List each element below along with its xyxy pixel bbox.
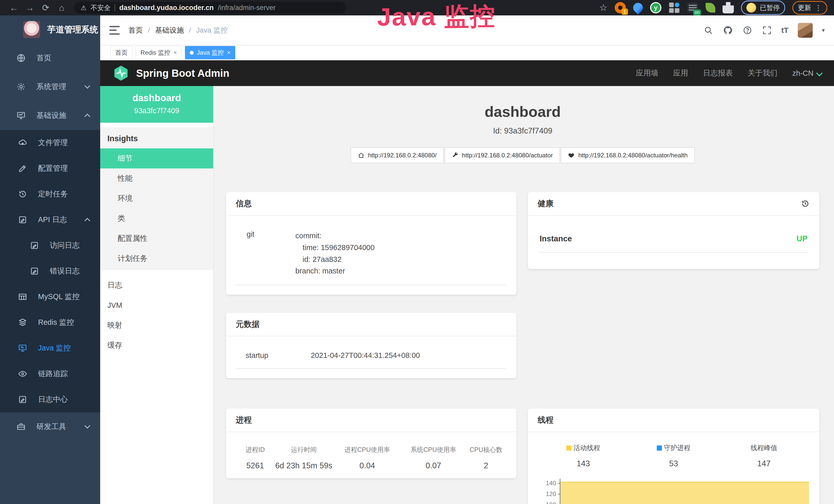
chevron-down-icon	[85, 83, 90, 89]
tab-java-monitor[interactable]: Java 监控 ×	[185, 46, 235, 59]
sidebar-item-system[interactable]: 系统管理	[0, 72, 100, 101]
service-url-button[interactable]: http://192.168.0.2:48080/	[351, 147, 444, 163]
sidebar-item-mysql-monitor[interactable]: MySQL 监控	[0, 284, 100, 310]
sidebar-item-api-logs[interactable]: API 日志	[0, 207, 100, 233]
help-icon[interactable]	[742, 25, 752, 36]
search-icon[interactable]	[703, 25, 714, 36]
sidebar-item-java-monitor[interactable]: Java 监控	[0, 335, 100, 361]
sba-nav-applications[interactable]: 应用	[673, 68, 688, 78]
extensions-puzzle-icon[interactable]	[723, 2, 734, 13]
sba-nav-journal[interactable]: 日志报表	[703, 68, 733, 78]
sba-item-jvm[interactable]: JVM	[100, 295, 213, 315]
health-url-button[interactable]: http://192.168.0.2:48080/actuator/health	[561, 147, 695, 163]
browser-menu-icon[interactable]: ⋮	[815, 4, 822, 12]
sba-item-environment[interactable]: 环境	[100, 188, 213, 208]
process-header: CPU核心数	[466, 445, 506, 454]
sba-item-metrics[interactable]: 性能	[100, 168, 213, 188]
process-value-row: 5261 6d 23h 15m 59s 0.04 0.07 2	[236, 461, 506, 471]
sidebar-item-infrastructure[interactable]: 基础设施	[0, 101, 100, 130]
metadata-row: startup 2021-04-27T00:44:31.254+08:00	[236, 344, 506, 369]
axis-tick	[558, 483, 561, 484]
github-icon[interactable]	[723, 25, 733, 36]
health-url: http://192.168.0.2:48080/actuator/health	[578, 152, 687, 159]
git-commit-line: commit:	[295, 230, 375, 242]
pin-extension-icon[interactable]	[631, 1, 645, 15]
process-card: 进程 进程ID 运行时间 进程CPU使用率 系统CPU使用率 CPU核心数	[226, 409, 517, 478]
process-pid: 5261	[236, 461, 274, 471]
home-icon[interactable]: ⌂	[54, 3, 69, 13]
app-logo-row[interactable]: 芋道管理系统	[0, 16, 100, 44]
sidebar-item-tracing[interactable]: 链路追踪	[0, 361, 100, 387]
close-icon[interactable]: ×	[227, 49, 231, 56]
y-extension-icon[interactable]: y	[650, 2, 661, 13]
annotation-text: Java 监控	[377, 0, 496, 35]
breadcrumb-current: Java 监控	[196, 25, 228, 35]
close-icon[interactable]: ×	[173, 49, 177, 56]
admin-sidebar: 芋道管理系统 首页 系统管理 基础设施 文件管理	[0, 16, 100, 504]
font-size-icon[interactable]: tT	[781, 26, 789, 35]
breadcrumb-home[interactable]: 首页	[128, 25, 143, 35]
log-icon	[30, 241, 39, 250]
breadcrumb-infrastructure[interactable]: 基础设施	[155, 25, 184, 35]
sba-item-scheduled-tasks[interactable]: 计划任务	[100, 249, 213, 269]
info-value: commit: time: 1596289704000 id: 27aa832 …	[295, 230, 375, 277]
insights-section: Insights 细节 性能 环境 类 配置属性 计划任务	[100, 127, 213, 270]
sba-item-logs[interactable]: 日志	[100, 275, 213, 295]
locale-selector[interactable]: zh-CN	[792, 69, 822, 77]
user-menu-caret-icon[interactable]: ▾	[822, 27, 825, 33]
sba-item-label: 性能	[118, 173, 133, 184]
sidebar-item-error-logs[interactable]: 错误日志	[0, 258, 100, 284]
sba-item-config-props[interactable]: 配置属性	[100, 229, 213, 249]
process-header-row: 进程ID 运行时间 进程CPU使用率 系统CPU使用率 CPU核心数	[236, 440, 506, 454]
sidebar-item-label: 文件管理	[38, 138, 68, 148]
sba-item-mappings[interactable]: 映射	[100, 315, 213, 335]
status-badge: UP	[796, 234, 808, 244]
extension-orange-icon[interactable]: 1	[615, 2, 626, 13]
eye-icon	[18, 369, 27, 379]
instance-header[interactable]: dashboard 93a3fc7f7409	[100, 86, 213, 123]
sba-item-caches[interactable]: 缓存	[100, 335, 213, 356]
forward-icon[interactable]: →	[23, 3, 37, 13]
sidebar-item-redis-monitor[interactable]: Redis 监控	[0, 310, 100, 335]
sidebar-item-access-logs[interactable]: 访问日志	[0, 233, 100, 258]
sba-nav-wallboard[interactable]: 应用墙	[636, 68, 658, 78]
sba-item-classes[interactable]: 类	[100, 208, 213, 229]
leaf-extension-icon[interactable]	[706, 3, 715, 13]
tab-redis-monitor[interactable]: Redis 监控 ×	[136, 46, 182, 59]
fullscreen-icon[interactable]	[762, 25, 772, 36]
process-header: 进程CPU使用率	[333, 445, 401, 454]
sba-item-label: 缓存	[107, 340, 122, 350]
address-bar[interactable]: ⚠ 不安全 dashboard.yudao.iocoder.cn/infra/a…	[74, 2, 346, 14]
chrome-update-button[interactable]: 更新 ⋮	[792, 1, 827, 15]
page-instance-id: Id: 93a3fc7f7409	[226, 126, 819, 136]
sba-brand[interactable]: Spring Boot Admin	[112, 65, 229, 82]
user-avatar[interactable]	[798, 23, 813, 38]
sidebar-item-log-center[interactable]: 日志中心	[0, 387, 100, 412]
sidebar-item-label: 系统管理	[37, 82, 66, 92]
sidebar-item-label: API 日志	[38, 215, 67, 225]
sidebar-item-scheduled-jobs[interactable]: 定时任务	[0, 181, 100, 207]
update-label: 更新	[798, 3, 811, 12]
paused-extension-pill[interactable]: 已暂停	[741, 1, 785, 15]
history-icon[interactable]	[801, 199, 810, 208]
sba-item-label: 配置属性	[118, 233, 148, 244]
tab-home[interactable]: 首页	[110, 46, 133, 59]
sidebar-item-devtools[interactable]: 研发工具	[0, 412, 100, 441]
back-icon[interactable]: ←	[7, 3, 21, 13]
system-cpu: 0.07	[401, 461, 466, 471]
list-extension-icon[interactable]: on	[687, 3, 698, 13]
dashboard-icon	[17, 53, 26, 63]
sba-item-label: 映射	[107, 320, 122, 330]
sidebar-item-home[interactable]: 首页	[0, 44, 100, 72]
sba-nav-about[interactable]: 关于我们	[748, 68, 777, 78]
sidebar-item-config-management[interactable]: 配置管理	[0, 156, 100, 181]
health-card: 健康 Instance UP	[528, 192, 819, 269]
actuator-url-button[interactable]: http://192.168.0.2:48080/actuator	[445, 147, 560, 163]
sba-item-details[interactable]: 细节	[100, 148, 213, 168]
bookmark-star-icon[interactable]: ☆	[599, 2, 608, 13]
grid-extension-icon[interactable]	[668, 2, 680, 13]
legend-label: 线程峰值	[750, 443, 777, 452]
sidebar-item-file-management[interactable]: 文件管理	[0, 130, 100, 156]
reload-icon[interactable]: ⟳	[39, 3, 53, 13]
sidebar-collapse-icon[interactable]	[109, 26, 120, 35]
